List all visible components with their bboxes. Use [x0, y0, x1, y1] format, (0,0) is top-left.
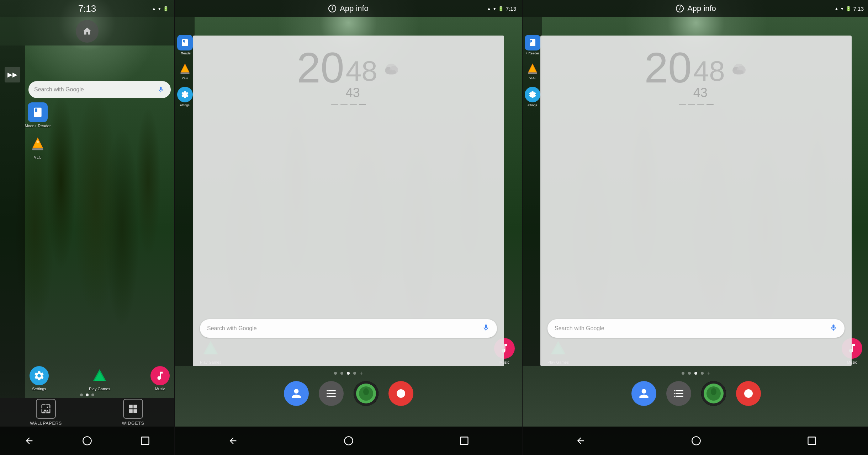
dock-dots-p3: +	[682, 370, 710, 376]
status-seg-p3	[706, 104, 714, 105]
record-icon-p2	[395, 387, 407, 400]
search-text-p1: Search with Google	[34, 86, 157, 93]
svg-marker-26	[529, 65, 536, 72]
svg-marker-10	[181, 65, 188, 72]
music-label-p1: Music	[155, 387, 165, 391]
back-btn-p3[interactable]	[572, 432, 589, 449]
play-icon: ▶▶	[7, 71, 17, 79]
home-nav-btn-p2[interactable]	[340, 432, 357, 449]
launcher-icon-p3	[672, 387, 686, 400]
wallpapers-icon	[36, 399, 56, 419]
status-bar-segment	[359, 104, 366, 105]
svg-point-22	[344, 437, 353, 445]
record-icon-p3	[742, 387, 755, 400]
svg-marker-2	[33, 139, 42, 148]
status-icons-p2: ▲ ▾ 🔋 7:13	[487, 6, 516, 12]
dock-dot-4-p2	[353, 372, 356, 375]
dock-contacts-p3[interactable]	[631, 381, 656, 406]
partial-settings-svg-p3	[528, 90, 537, 99]
vlc-icon[interactable]: VLC	[25, 134, 51, 159]
app-icons-p1: Moon+ Reader VLC	[25, 102, 51, 159]
moon-reader-label: Moon+ Reader	[25, 124, 51, 128]
battery-icon-p2: 🔋	[498, 6, 504, 11]
contacts-icon-p3	[637, 387, 651, 400]
search-bar-p1[interactable]: Search with Google	[28, 81, 171, 98]
card-status-dots-p3	[679, 104, 714, 105]
recent-icon-p3	[807, 436, 817, 446]
overlay-search-text-p3: Search with Google	[555, 325, 830, 332]
info-icon-p3: i	[676, 5, 684, 12]
home-nav-btn-p1[interactable]	[79, 432, 96, 449]
dock-record-p2[interactable]	[388, 381, 413, 406]
overlay-mic-svg-p2	[482, 324, 490, 332]
dot-2	[86, 394, 89, 396]
dock-avface-p3[interactable]	[701, 381, 726, 406]
battery-icon: 🔋	[163, 6, 169, 11]
svg-rect-39	[808, 437, 815, 445]
dock-plus-p3: +	[707, 370, 710, 376]
wallpapers-label: WALLPAPERS	[30, 421, 62, 426]
partial-settings-svg-p2	[181, 90, 189, 99]
recent-btn-p3[interactable]	[803, 432, 820, 449]
weather-svg-p2	[382, 60, 400, 78]
vlc-svg	[30, 136, 46, 151]
overlay-mic-icon-p3[interactable]	[830, 324, 837, 333]
svg-rect-1	[32, 148, 43, 150]
home-nav-btn-p3[interactable]	[688, 432, 705, 449]
panel-right: i App info ▲ ▾ 🔋 7:13 + Reader VLC	[523, 0, 868, 455]
recent-icon-p2	[459, 436, 469, 446]
dock-dot-2-p2	[340, 372, 343, 375]
home-button-area-p1[interactable]	[0, 17, 174, 46]
dock-contacts-p2[interactable]	[284, 381, 309, 406]
dock-plus-p2: +	[360, 370, 363, 376]
nav-bar-p3	[523, 427, 868, 455]
music-icon-p1[interactable]: Music	[147, 366, 173, 391]
wifi-icon: ▾	[158, 6, 161, 11]
play-games-icon[interactable]: Play Games	[87, 366, 112, 391]
clock-minute-p3: 48	[693, 57, 725, 85]
side-strip-left-p3: + Reader VLC ettings	[523, 17, 542, 366]
overlay-search-p2[interactable]: Search with Google	[200, 319, 497, 338]
nav-bar-p2	[175, 427, 522, 455]
settings-icon[interactable]: Settings	[26, 366, 52, 391]
widgets-svg	[128, 403, 138, 414]
back-btn-p2[interactable]	[224, 432, 242, 449]
nav-bar-p1	[0, 427, 174, 455]
status-seg-p3	[697, 104, 704, 105]
launcher-icon-p2	[324, 387, 338, 400]
dock-launcher-p2[interactable]	[319, 381, 344, 406]
recent-btn-p1[interactable]	[137, 432, 154, 449]
clock-right-p2: 48 43	[346, 50, 377, 100]
home-nav-icon-p3	[691, 436, 701, 446]
moon-reader-icon[interactable]: Moon+ Reader	[25, 102, 51, 128]
status-bar-segment	[331, 104, 338, 105]
dot-3	[91, 394, 94, 396]
svg-point-38	[692, 437, 700, 445]
time-p1: 7:13	[78, 3, 96, 14]
app-info-label-p3: App info	[687, 4, 716, 13]
clock-hour-p3: 20	[644, 46, 692, 89]
dock-dot-2-p3	[688, 372, 691, 375]
recent-btn-p2[interactable]	[456, 432, 473, 449]
dock-record-p3[interactable]	[736, 381, 761, 406]
wallpapers-widgets-bar: WALLPAPERS WIDGETS	[0, 398, 174, 427]
dock-avface-p2[interactable]	[354, 381, 379, 406]
partial-vlc-label-p2: VLC	[182, 76, 188, 80]
overlay-mic-icon-p2[interactable]	[482, 324, 490, 333]
back-btn-p1[interactable]	[21, 432, 38, 449]
dock-launcher-p3[interactable]	[666, 381, 691, 406]
wallpapers-svg	[41, 403, 51, 414]
mic-icon-p1[interactable]	[157, 85, 165, 94]
widgets-btn[interactable]: WIDGETS	[122, 399, 144, 426]
play-button-p1[interactable]: ▶▶	[5, 67, 20, 82]
sidebar-strip-p1: ▶▶	[0, 46, 25, 398]
svg-point-6	[83, 437, 91, 445]
partial-settings-label-p2: ettings	[180, 103, 190, 107]
overlay-search-p3[interactable]: Search with Google	[547, 319, 845, 338]
svg-point-37	[744, 389, 753, 398]
status-bar-segment	[350, 104, 357, 105]
wallpapers-btn[interactable]: WALLPAPERS	[30, 399, 62, 426]
home-circle-p1[interactable]	[76, 20, 99, 43]
app-info-label-p2: App info	[340, 4, 369, 13]
partial-moon-label-p2: + Reader	[178, 52, 191, 55]
